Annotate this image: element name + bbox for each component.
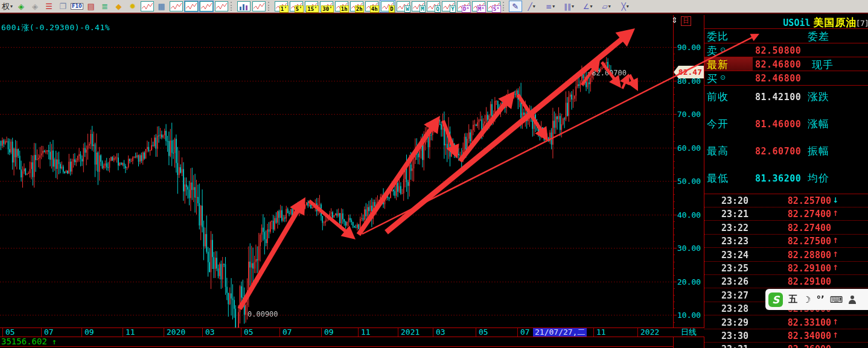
tf-dn-button[interactable]: Dⁿ	[456, 1, 471, 12]
input-mode-label[interactable]: 五	[788, 294, 797, 305]
window-cascade-icon[interactable]: ❐	[56, 1, 69, 12]
last-price-tag: 82.47	[674, 66, 704, 78]
vertical-lines-tool-button[interactable]: ∥∥▾	[560, 1, 578, 11]
y-axis-tick	[673, 154, 675, 155]
tf-year-button[interactable]: Y	[441, 1, 456, 12]
tf-15min-button[interactable]: 15'	[304, 1, 319, 12]
tf-sn-button[interactable]: Sⁿ	[487, 1, 501, 12]
tf-mn-button[interactable]: Mⁿ	[471, 1, 486, 12]
fan-lines-tool-button[interactable]: ∠▾	[579, 1, 597, 11]
x-axis-separator	[321, 328, 322, 337]
ime-toolbar[interactable]: S五☽°’⌨	[765, 289, 868, 310]
quote-right-label: 涨幅	[808, 117, 829, 131]
tick-time: 23:22	[721, 223, 748, 233]
tf-4h-button[interactable]: 4h	[365, 1, 379, 12]
tf-1h-button-label: 1h	[340, 5, 349, 13]
x-axis-separator	[476, 328, 476, 337]
lot-label: 现手	[812, 58, 834, 71]
y-axis-tick	[673, 141, 675, 142]
price-axis[interactable]: 90.0080.0070.0060.0050.0040.0030.0020.00…	[673, 15, 704, 327]
tf-15min-button-label: 15'	[306, 5, 318, 13]
time-axis[interactable]: 0507091120200305070911202103050711202221…	[0, 327, 704, 337]
y-axis-tick	[673, 74, 675, 74]
punctuation-icon[interactable]: °’	[816, 294, 824, 305]
tf-month-button[interactable]: M	[411, 1, 426, 12]
tick-time: 23:21	[721, 209, 748, 220]
x-axis-separator	[2, 328, 3, 337]
axis-pin-icon[interactable]: ⇕	[671, 16, 678, 25]
tf-day-button[interactable]: D	[380, 0, 395, 13]
memo-icon[interactable]: ≣	[98, 1, 112, 12]
segment-tool-button[interactable]: ≡▾	[541, 1, 560, 11]
tf-1min-button[interactable]: 1'	[274, 1, 289, 12]
y-axis-tick	[673, 262, 675, 262]
kline-view-icon[interactable]: ◈	[14, 1, 28, 12]
y-axis-tick	[673, 315, 677, 315]
volume-bars-icon[interactable]	[237, 1, 251, 12]
sogou-logo[interactable]: S	[768, 293, 783, 307]
trend-small-icon[interactable]	[169, 1, 183, 12]
y-axis-tick	[673, 94, 675, 95]
selected-date-label: 21/07/27,二	[533, 328, 587, 337]
quote-value: 81.36200	[755, 173, 801, 184]
tick-time: 23:26	[721, 276, 748, 287]
night-mode-icon[interactable]: ☽	[803, 294, 811, 305]
tf-2h-button[interactable]: 2h	[349, 1, 364, 12]
history-clock-icon[interactable]	[214, 1, 229, 12]
divider	[231, 2, 235, 11]
tf-1h-button[interactable]: 1h	[334, 1, 349, 12]
last-price-row: 最新 82.46800 现手	[704, 57, 868, 71]
x-axis-separator	[517, 328, 518, 337]
ask-price: 82.50800	[755, 45, 801, 56]
kline-disabled-icon[interactable]: ◈	[28, 1, 42, 12]
x-axis-separator	[202, 328, 203, 337]
tick-time: 23:28	[721, 303, 748, 314]
annotation-low-note: 0.00900	[247, 310, 278, 318]
x-axis-label: 09	[324, 328, 334, 337]
f10-info-icon[interactable]: F10	[70, 1, 84, 12]
y-axis-tick	[673, 302, 675, 302]
quote-list-icon[interactable]: ☰	[42, 1, 56, 12]
x-axis-separator	[241, 328, 241, 337]
y-axis-tick	[673, 60, 675, 61]
chart-selected2-icon[interactable]	[199, 1, 214, 12]
chart-marker-icon[interactable]	[252, 1, 266, 12]
y-axis-label: 20.00	[677, 277, 701, 286]
tf-year-button-label: Y	[450, 5, 455, 13]
bid-ask-ratio-row: 委比 委差	[704, 30, 868, 43]
alert-icon[interactable]: ◆	[112, 1, 126, 12]
tick-row: 23:2682.29100	[704, 275, 868, 288]
quote-value: 81.46000	[755, 119, 801, 130]
tf-5min-button[interactable]: 5'	[289, 1, 304, 12]
settings-sun-icon[interactable]: ✹	[126, 1, 139, 12]
volume-readout: 35156.602 ↑	[1, 337, 57, 346]
channel-tool-button[interactable]: ▱▾	[598, 1, 616, 11]
line-tool-button[interactable]: ╱▾	[523, 1, 541, 11]
quote-label: 最高	[707, 144, 729, 158]
report-check-icon[interactable]: ▤	[85, 1, 98, 12]
tf-30min-button[interactable]: 30'	[319, 1, 334, 12]
cross-lines-tool-button[interactable]: ╳▾	[616, 1, 634, 11]
x-axis-separator	[164, 328, 164, 337]
annotation-price-note: ~82.00700	[587, 69, 627, 77]
bid-row: 买 ⊙ 82.46800	[704, 72, 868, 84]
period-indicator-icon[interactable]: 日	[681, 16, 691, 26]
user-icon[interactable]	[848, 296, 857, 304]
bid-label: 买	[707, 72, 718, 84]
weicha-label: 委差	[808, 30, 829, 43]
draw-mode-button[interactable]: ✎	[509, 1, 522, 12]
tick-time: 23:29	[721, 317, 748, 328]
chart-selected-icon[interactable]	[184, 1, 199, 12]
tf-week-button-label: W	[404, 5, 410, 13]
table-grid-icon[interactable]: ▦	[155, 1, 168, 12]
restore-rights-dropdown[interactable]: 权▾	[1, 1, 14, 12]
soft-keyboard-icon[interactable]: ⌨	[830, 294, 843, 305]
x-axis-separator	[123, 328, 123, 337]
period-label: 日线	[674, 327, 704, 336]
tf-month-button-label: M	[420, 5, 425, 13]
up-tick-arrow-icon: ↑	[832, 331, 838, 340]
tf-week-button[interactable]: W	[396, 1, 410, 12]
tf-quarter-button[interactable]: Q	[426, 1, 441, 12]
candlestick-chart[interactable]	[0, 15, 673, 327]
multi-chart-icon[interactable]	[140, 1, 155, 12]
